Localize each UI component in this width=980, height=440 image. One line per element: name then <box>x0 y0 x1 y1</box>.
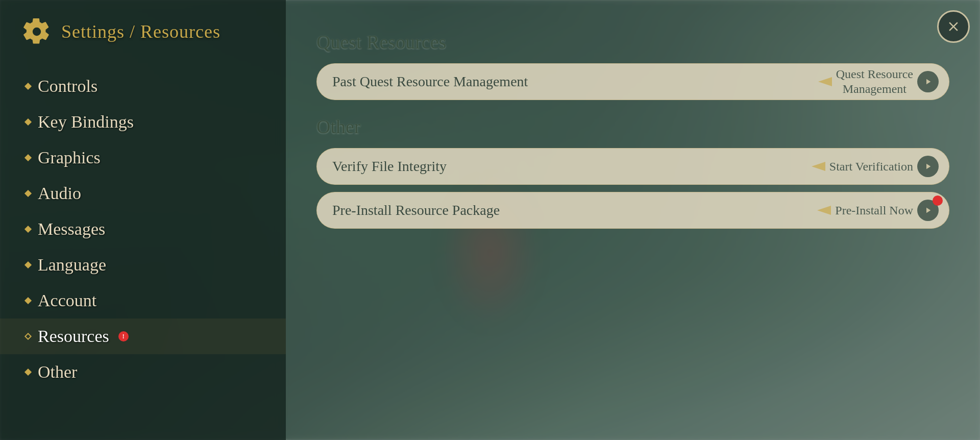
sidebar-item-language[interactable]: Language <box>0 247 286 283</box>
verify-file-btn-label: Start Verification <box>829 160 913 174</box>
pre-install-action[interactable]: Pre-Install Now <box>813 200 939 221</box>
pre-install-btn-container <box>917 200 939 221</box>
verify-file-action[interactable]: Start Verification <box>807 156 939 177</box>
bullet-account <box>24 297 32 304</box>
svg-marker-0 <box>818 77 832 86</box>
sidebar-label-key-bindings: Key Bindings <box>38 112 134 132</box>
section-title-quest: Quest Resources <box>316 31 949 53</box>
sidebar-item-key-bindings[interactable]: Key Bindings <box>0 104 286 140</box>
sidebar-item-messages[interactable]: Messages <box>0 211 286 247</box>
sidebar-item-graphics[interactable]: Graphics <box>0 140 286 176</box>
bullet-messages <box>24 226 32 233</box>
verify-file-row[interactable]: Verify File Integrity Start Verification <box>316 148 949 185</box>
sidebar-item-resources[interactable]: Resources ! <box>0 319 286 354</box>
sidebar-label-other: Other <box>38 362 77 382</box>
header: Settings / Resources <box>0 10 286 63</box>
bullet-controls <box>24 83 32 90</box>
bullet-other <box>24 369 32 376</box>
page-title: Settings / Resources <box>61 21 220 42</box>
svg-marker-2 <box>817 206 831 215</box>
bullet-graphics <box>24 154 32 161</box>
sidebar: Settings / Resources Controls Key Bindin… <box>0 0 286 440</box>
content-area: Quest Resources Past Quest Resource Mana… <box>286 0 980 440</box>
sidebar-label-language: Language <box>38 255 106 275</box>
sidebar-label-graphics: Graphics <box>38 148 101 167</box>
sidebar-label-resources: Resources <box>38 327 109 346</box>
section-title-other: Other <box>316 115 949 138</box>
sidebar-item-controls[interactable]: Controls <box>0 68 286 104</box>
past-quest-btn-label: Quest ResourceManagement <box>836 67 913 96</box>
pre-install-label: Pre-Install Resource Package <box>332 202 813 218</box>
section-other: Other Verify File Integrity Start Verifi… <box>316 115 949 229</box>
gear-icon <box>20 15 53 48</box>
bullet-audio <box>24 190 32 197</box>
sidebar-item-audio[interactable]: Audio <box>0 176 286 211</box>
modal-container: Settings / Resources Controls Key Bindin… <box>0 0 980 440</box>
pre-install-row[interactable]: Pre-Install Resource Package Pre-Install… <box>316 192 949 229</box>
bullet-language <box>24 261 32 268</box>
sidebar-item-other[interactable]: Other <box>0 354 286 390</box>
section-quest-resources: Quest Resources Past Quest Resource Mana… <box>316 31 949 100</box>
pre-install-btn-label: Pre-Install Now <box>835 204 913 217</box>
past-quest-row[interactable]: Past Quest Resource Management Quest Res… <box>316 63 949 100</box>
pre-install-badge <box>933 195 943 206</box>
past-quest-label: Past Quest Resource Management <box>332 74 814 90</box>
past-quest-circle-btn[interactable] <box>917 71 939 92</box>
verify-file-circle-btn[interactable] <box>917 156 939 177</box>
nav-list: Controls Key Bindings Graphics Audio Mes… <box>0 63 286 430</box>
past-quest-action[interactable]: Quest ResourceManagement <box>814 67 939 96</box>
sidebar-item-account[interactable]: Account <box>0 283 286 319</box>
sidebar-label-controls: Controls <box>38 77 97 96</box>
sidebar-label-account: Account <box>38 291 96 310</box>
sidebar-label-audio: Audio <box>38 184 81 203</box>
resources-badge: ! <box>118 331 129 341</box>
bullet-key-bindings <box>24 118 32 126</box>
sidebar-label-messages: Messages <box>38 219 105 239</box>
verify-file-label: Verify File Integrity <box>332 158 807 175</box>
bullet-resources <box>24 333 32 340</box>
close-button[interactable] <box>937 10 970 43</box>
svg-marker-1 <box>812 162 825 171</box>
